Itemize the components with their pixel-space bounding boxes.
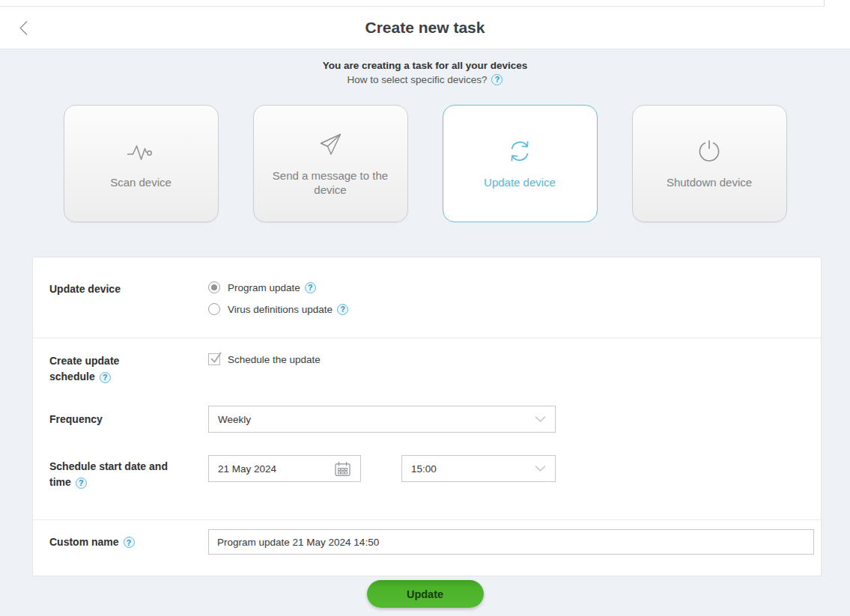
radio-unselected-icon xyxy=(208,303,220,315)
task-type-cards: Scan device Send a message to the device… xyxy=(0,105,850,222)
help-icon[interactable]: ? xyxy=(76,478,87,489)
intro-block: You are creating a task for all your dev… xyxy=(0,60,850,85)
card-send-message[interactable]: Send a message to the device xyxy=(253,105,408,222)
checkbox-checked-icon xyxy=(208,353,220,365)
schedule-row: Create update schedule? Schedule the upd… xyxy=(33,338,821,393)
radio-selected-icon xyxy=(208,281,220,293)
calendar-icon[interactable] xyxy=(334,461,351,477)
start-time-value: 15:00 xyxy=(411,463,437,475)
intro-bold-text: You are creating a task for all your dev… xyxy=(0,60,850,71)
paper-plane-icon xyxy=(317,130,344,159)
frequency-row: Frequency Weekly xyxy=(33,393,821,433)
checkbox-label: Schedule the update xyxy=(228,354,321,365)
start-date-time-row: Schedule start date and time? 21 May 202… xyxy=(33,433,821,519)
create-update-schedule-label: Create update schedule? xyxy=(33,347,208,385)
page-title: Create new task xyxy=(365,19,485,37)
power-icon xyxy=(696,137,722,165)
help-icon[interactable]: ? xyxy=(124,537,135,548)
custom-name-input[interactable] xyxy=(208,529,814,555)
top-chrome-strip xyxy=(0,0,825,7)
help-icon[interactable]: ? xyxy=(491,74,503,85)
card-shutdown-device[interactable]: Shutdown device xyxy=(632,105,787,222)
refresh-icon xyxy=(505,137,535,165)
help-icon[interactable]: ? xyxy=(337,304,348,315)
card-label: Update device xyxy=(484,175,556,190)
radio-label: Program update xyxy=(228,282,300,293)
frequency-select[interactable]: Weekly xyxy=(208,406,556,433)
radio-label: Virus definitions update xyxy=(228,304,333,315)
custom-name-label: Custom name? xyxy=(33,534,208,550)
schedule-start-label: Schedule start date and time? xyxy=(33,455,208,490)
card-label: Scan device xyxy=(110,175,171,190)
start-date-input[interactable]: 21 May 2024 xyxy=(208,455,361,482)
dialog-header: Create new task xyxy=(0,7,850,49)
update-submit-button[interactable]: Update xyxy=(367,580,484,608)
help-icon[interactable]: ? xyxy=(305,282,316,293)
pulse-icon xyxy=(124,137,157,165)
task-settings-panel: Update device Program update ? Virus def… xyxy=(32,257,822,576)
top-chrome-strip-right xyxy=(825,0,850,7)
help-icon[interactable]: ? xyxy=(100,372,111,383)
start-time-select[interactable]: 15:00 xyxy=(401,455,556,482)
frequency-value: Weekly xyxy=(218,414,251,425)
schedule-the-update-checkbox[interactable]: Schedule the update xyxy=(208,353,821,365)
chevron-down-icon xyxy=(535,466,546,472)
chevron-left-icon xyxy=(19,20,28,36)
card-label: Send a message to the device xyxy=(270,168,391,198)
back-button[interactable] xyxy=(12,16,34,39)
update-device-label: Update device xyxy=(33,281,208,315)
intro-help-link: How to select specific devices? xyxy=(347,74,488,85)
card-label: Shutdown device xyxy=(667,175,752,190)
card-scan-device[interactable]: Scan device xyxy=(64,105,219,222)
update-type-row: Update device Program update ? Virus def… xyxy=(33,257,821,338)
frequency-label: Frequency xyxy=(33,412,208,427)
radio-program-update[interactable]: Program update ? xyxy=(208,281,821,293)
chevron-down-icon xyxy=(535,416,546,422)
radio-virus-definitions-update[interactable]: Virus definitions update ? xyxy=(208,303,821,315)
start-date-value: 21 May 2024 xyxy=(218,463,276,475)
custom-name-row: Custom name? xyxy=(33,520,821,576)
card-update-device[interactable]: Update device xyxy=(443,105,598,222)
